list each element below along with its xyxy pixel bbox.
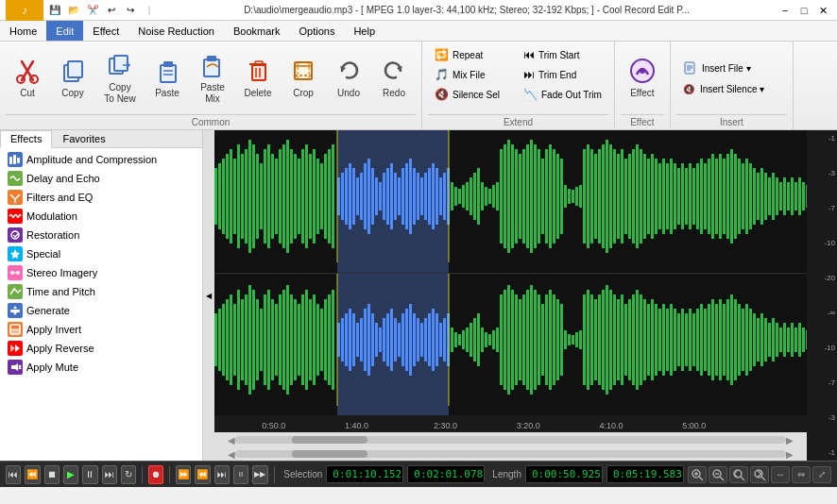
sidebar-item-apply-reverse[interactable]: Apply Reverse: [0, 339, 202, 358]
toolbar-icon-open[interactable]: 📂: [66, 3, 81, 18]
repeat-button[interactable]: 🔁 Repeat: [428, 45, 513, 64]
scrollbar-thumb[interactable]: [292, 436, 367, 444]
scrollbar-track[interactable]: [235, 436, 786, 444]
scroll-left-btn2[interactable]: ◀: [228, 449, 235, 460]
lower-track[interactable]: [214, 274, 807, 416]
svg-rect-265: [428, 313, 431, 366]
extra-btn3[interactable]: ⏭: [214, 465, 230, 484]
upper-track[interactable]: [214, 130, 807, 274]
copy-button[interactable]: Copy: [51, 45, 94, 109]
rewind-btn[interactable]: ⏪: [25, 465, 40, 484]
menu-edit[interactable]: Edit: [46, 21, 83, 41]
paste-button[interactable]: Paste: [145, 45, 189, 109]
extra-btn2[interactable]: ⏪: [195, 465, 210, 484]
extra-btn4[interactable]: II: [233, 465, 248, 484]
minimize-btn[interactable]: −: [777, 3, 794, 18]
menu-effect[interactable]: Effect: [83, 21, 128, 41]
svg-rect-351: [753, 313, 756, 366]
svg-rect-342: [719, 299, 722, 380]
scroll-right-btn[interactable]: ▶: [786, 435, 794, 445]
zoom-full-btn[interactable]: ⇔: [792, 466, 811, 483]
h-scrollbar2[interactable]: ◀ ▶: [214, 447, 807, 461]
extra-btn1[interactable]: ⏩: [176, 465, 191, 484]
crop-button[interactable]: Crop: [282, 45, 325, 109]
sidebar-item-amplitude[interactable]: Amplitude and Compression: [0, 150, 202, 169]
sidebar-tab-effects[interactable]: Effects: [0, 130, 52, 148]
zoom-left-btn[interactable]: [729, 466, 748, 483]
cut-button[interactable]: Cut: [6, 45, 49, 109]
sidebar-item-generate[interactable]: Generate: [0, 301, 202, 320]
sidebar-item-special[interactable]: Special: [0, 244, 202, 263]
svg-rect-188: [742, 163, 744, 229]
go-end-btn[interactable]: ⏭: [102, 465, 117, 484]
menu-bookmark[interactable]: Bookmark: [224, 21, 290, 41]
sidebar-item-stereo[interactable]: Stereo Imagery: [0, 263, 202, 282]
pause-btn[interactable]: ⏸: [82, 465, 97, 484]
scroll-left-btn[interactable]: ◀: [228, 435, 235, 445]
play-btn[interactable]: ▶: [63, 465, 78, 484]
scroll-right-btn2[interactable]: ▶: [786, 449, 794, 460]
go-start-btn[interactable]: ⏮: [6, 465, 21, 484]
maximize-btn[interactable]: □: [795, 3, 812, 18]
zoom-out-btn[interactable]: [709, 466, 727, 483]
menu-noise[interactable]: Noise Reduction: [128, 21, 224, 41]
svg-rect-173: [685, 168, 688, 225]
sidebar-toggle-button[interactable]: ◀: [203, 130, 214, 461]
redo-button[interactable]: Redo: [372, 45, 416, 109]
sidebar-item-time-pitch[interactable]: Time and Pitch: [0, 282, 202, 301]
svg-rect-246: [356, 323, 359, 357]
record-btn[interactable]: ⏺: [148, 465, 163, 484]
sidebar-item-apply-mute[interactable]: Apply Mute: [0, 358, 202, 377]
undo-button[interactable]: Undo: [327, 45, 370, 109]
menu-home[interactable]: Home: [0, 21, 46, 41]
svg-rect-228: [286, 285, 289, 395]
length-display: 0:00:50.925: [525, 465, 603, 483]
zoom-fit-btn[interactable]: ↔: [771, 466, 790, 483]
svg-rect-161: [640, 149, 642, 244]
redo-label: Redo: [383, 88, 405, 99]
svg-rect-138: [553, 149, 555, 244]
sidebar-item-restoration[interactable]: Restoration: [0, 226, 202, 244]
svg-point-23: [640, 68, 645, 74]
toolbar-icon-save[interactable]: 💾: [47, 3, 62, 18]
fade-out-trim-button[interactable]: 📉 Fade Out Trim: [517, 85, 608, 104]
svg-rect-111: [451, 182, 453, 210]
svg-rect-319: [632, 294, 635, 385]
insert-silence-button[interactable]: 🔇 Insert Silence ▾: [676, 80, 771, 99]
zoom-sel-btn[interactable]: ⤢: [812, 466, 831, 483]
zoom-right-btn[interactable]: [750, 466, 769, 483]
svg-rect-97: [398, 177, 401, 215]
h-scrollbar[interactable]: ◀ ▶: [214, 432, 807, 447]
trim-start-button[interactable]: ⏮ Trim Start: [517, 45, 602, 64]
svg-rect-315: [617, 299, 620, 380]
menu-options[interactable]: Options: [290, 21, 345, 41]
stop-btn[interactable]: ⏹: [44, 465, 60, 484]
loop-btn[interactable]: ↻: [121, 465, 136, 484]
silence-sel-button[interactable]: 🔇 Silence Sel: [428, 85, 513, 104]
toolbar-icon-undo[interactable]: ↩: [104, 3, 119, 18]
menu-help[interactable]: Help: [344, 21, 384, 41]
paste-mix-button[interactable]: Paste Mix: [191, 45, 234, 109]
close-btn[interactable]: ✕: [814, 3, 831, 18]
svg-rect-91: [375, 177, 378, 215]
toolbar-icon-redo[interactable]: ↪: [123, 3, 138, 18]
delete-button[interactable]: Delete: [236, 45, 280, 109]
sidebar-item-modulation[interactable]: Modulation: [0, 207, 202, 226]
zoom-in-btn[interactable]: [688, 466, 707, 483]
mix-file-button[interactable]: 🎵 Mix File: [428, 65, 513, 84]
extra-btn5[interactable]: ▶▶: [252, 465, 267, 484]
sidebar-item-filters[interactable]: Filters and EQ: [0, 188, 202, 207]
insert-file-button[interactable]: Insert File ▾: [676, 59, 761, 78]
sidebar-item-apply-invert[interactable]: Apply Invert: [0, 320, 202, 339]
app-logo[interactable]: ♪: [6, 0, 43, 21]
effect-button[interactable]: Effect: [621, 45, 664, 109]
sidebar-item-delay[interactable]: Delay and Echo: [0, 169, 202, 188]
scrollbar2-track[interactable]: [235, 450, 786, 458]
sidebar-tab-favorites[interactable]: Favorites: [52, 130, 115, 147]
scrollbar2-thumb[interactable]: [292, 450, 367, 458]
trim-end-button[interactable]: ⏭ Trim End: [517, 65, 602, 84]
svg-rect-350: [749, 309, 752, 371]
copy-to-new-button[interactable]: Copy To New: [96, 45, 144, 109]
toolbar-icon-cut[interactable]: ✂️: [85, 3, 100, 18]
svg-rect-280: [485, 332, 487, 347]
